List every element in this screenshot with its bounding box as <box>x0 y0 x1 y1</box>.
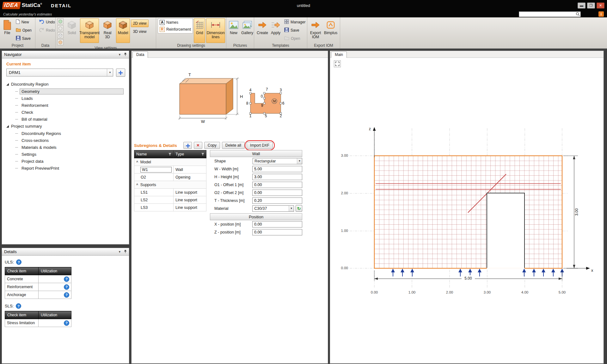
material-edit-button[interactable]: ↻ <box>296 205 302 212</box>
bimplus-button[interactable]: Bimplus <box>323 18 338 43</box>
filter-icon[interactable] <box>169 153 171 155</box>
thickness-input[interactable] <box>252 197 302 204</box>
width-input[interactable] <box>252 166 302 172</box>
minimize-button[interactable]: ▬ <box>578 3 586 9</box>
table-row-o2[interactable]: O2Opening <box>134 173 206 181</box>
z-position-input[interactable] <box>252 229 302 235</box>
tree-item-bill-of-material[interactable]: Bill of material <box>4 116 127 123</box>
delete-all-button[interactable]: Delete all <box>222 142 245 149</box>
close-button[interactable]: ✕ <box>597 3 604 9</box>
template-manager-button[interactable]: Manager <box>282 18 307 26</box>
help-icon[interactable]: ? <box>64 320 69 326</box>
line-supports[interactable] <box>391 269 564 276</box>
material-select[interactable]: C30/37 ▼ <box>252 205 294 212</box>
opening-region[interactable] <box>487 193 524 268</box>
template-save-button[interactable]: Save <box>282 27 307 34</box>
tree-item-discontinuity-regions[interactable]: Discontinuity Regions <box>4 130 127 137</box>
redo-button[interactable]: Redo <box>37 27 57 34</box>
ribbon-group-pictures: New Gallery Pictures <box>226 17 254 48</box>
dimension-lines-button[interactable]: Dimension lines <box>206 18 225 43</box>
delete-subregion-button[interactable]: ✕ <box>194 142 202 149</box>
tree-item-cross-sections[interactable]: Cross-sections <box>4 137 127 144</box>
transparent-model-button[interactable]: Transparent model <box>80 18 99 43</box>
width-dimension-value: 5.00 <box>464 276 472 281</box>
grid-button[interactable]: Grid <box>194 18 205 43</box>
view-tool-icon-2[interactable] <box>57 25 64 31</box>
real-3d-button[interactable]: Real 3D <box>100 18 115 43</box>
undo-button[interactable]: Undo <box>37 18 57 26</box>
tree-item-loads[interactable]: Loads <box>4 95 127 102</box>
shape-select[interactable]: Rectangular ▼ <box>253 158 302 164</box>
template-create-button[interactable]: Create <box>256 18 269 43</box>
template-apply-button[interactable]: Apply <box>270 18 281 43</box>
tree-group-discontinuity-region[interactable]: Discontinuity Region <box>4 81 127 88</box>
pin-icon[interactable] <box>124 52 127 57</box>
view-2d-label: 2D view <box>133 21 147 26</box>
current-item-value: DRM1 <box>9 70 21 75</box>
tree-item-project-data[interactable]: Project data <box>4 158 127 165</box>
tree-item-geometry[interactable]: Geometry <box>4 88 127 95</box>
open-button[interactable]: Open <box>14 27 34 34</box>
tab-data[interactable]: Data <box>132 52 148 58</box>
expand-view-button[interactable] <box>334 60 341 67</box>
save-button[interactable]: Save <box>14 35 34 42</box>
height-input[interactable] <box>252 174 302 180</box>
table-row-ls3[interactable]: LS3Line support <box>134 204 206 211</box>
filter-icon[interactable] <box>201 153 204 155</box>
vertex-label: 7 <box>266 87 268 92</box>
offset1-input[interactable] <box>252 182 302 188</box>
main-drawing-canvas[interactable]: 3.00 2.00 1.00 0.00 0.00 1.00 2.00 3.00 … <box>330 58 604 363</box>
help-icon[interactable]: ? <box>16 259 21 265</box>
info-icon[interactable]: i <box>598 11 604 17</box>
view-tool-icon-4[interactable] <box>57 39 64 45</box>
file-button[interactable]: File <box>2 18 13 43</box>
solid-button[interactable]: Solid <box>64 18 79 43</box>
gallery-button[interactable]: Gallery <box>240 18 254 43</box>
add-item-button[interactable] <box>116 69 125 77</box>
model-button[interactable]: Model <box>116 18 130 43</box>
tree-item-report-preview-print[interactable]: Report Preview/Print <box>4 165 127 172</box>
help-icon[interactable]: ? <box>64 284 69 290</box>
copy-button[interactable]: Copy <box>204 142 220 149</box>
search-icon[interactable] <box>575 12 580 16</box>
table-row-w1[interactable]: W1Wall <box>134 166 206 173</box>
panel-collapse-icon[interactable]: ▼ <box>118 250 121 253</box>
offset2-input[interactable] <box>252 190 302 196</box>
group-row-model[interactable]: ^Model <box>134 158 206 166</box>
tree-group-project-summary[interactable]: Project summary <box>4 123 127 130</box>
template-open-button[interactable]: Open <box>282 35 307 42</box>
sls-label: SLS: <box>5 304 14 308</box>
import-dxf-button[interactable]: Import DXF <box>247 142 273 149</box>
export-iom-button[interactable]: Export IOM <box>309 18 322 43</box>
help-icon[interactable]: ? <box>16 303 21 309</box>
view-2d-button[interactable]: 2D view <box>131 20 149 27</box>
help-icon[interactable]: ? <box>64 292 69 298</box>
search-input[interactable] <box>519 12 575 16</box>
current-item-dropdown[interactable]: DRM1 ▼ <box>6 69 113 76</box>
add-subregion-button[interactable] <box>183 142 192 149</box>
table-row-ls2[interactable]: LS2Line support <box>134 196 206 204</box>
group-row-supports[interactable]: ^Supports <box>134 181 206 189</box>
picture-new-button[interactable]: New <box>228 18 239 43</box>
panel-collapse-icon[interactable]: ▼ <box>118 53 121 56</box>
reinforcement-toggle[interactable]: R Reinforcement <box>159 27 191 32</box>
tab-main[interactable]: Main <box>331 52 347 58</box>
x-position-input[interactable] <box>252 221 302 228</box>
table-row-ls1[interactable]: LS1Line support <box>134 189 206 196</box>
tree-item-check[interactable]: Check <box>4 109 127 116</box>
pin-icon[interactable] <box>124 250 127 254</box>
maximize-button[interactable]: ❐ <box>587 3 595 9</box>
picture-new-label: New <box>230 31 237 35</box>
help-icon[interactable]: ? <box>64 276 69 282</box>
bimplus-label: Bimplus <box>324 31 338 35</box>
width-dim-label: W <box>201 119 205 124</box>
new-button[interactable]: New <box>14 18 34 26</box>
region-shape[interactable] <box>250 93 281 113</box>
tree-item-materials-models[interactable]: Materials & models <box>4 144 127 151</box>
view-tool-icon-1[interactable] <box>57 18 64 24</box>
tree-item-settings[interactable]: Settings <box>4 151 127 158</box>
tree-item-reinforcement[interactable]: Reinforcement <box>4 102 127 109</box>
view-3d-button[interactable]: 3D view <box>131 28 149 35</box>
names-toggle[interactable]: A Names <box>159 20 191 25</box>
view-tool-icon-3[interactable] <box>57 32 64 38</box>
